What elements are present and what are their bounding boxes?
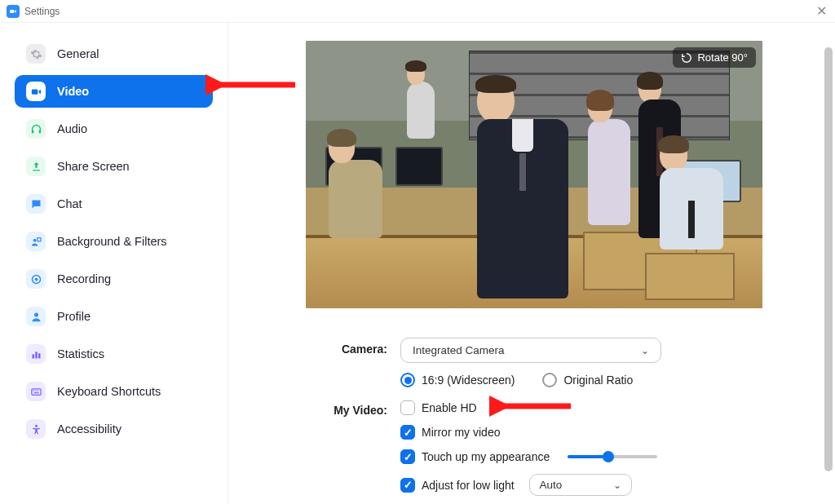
svg-rect-1 bbox=[31, 89, 38, 94]
myvideo-label: My Video: bbox=[306, 399, 400, 417]
svg-point-7 bbox=[34, 277, 38, 281]
gear-icon bbox=[26, 44, 46, 64]
touchup-slider[interactable] bbox=[568, 455, 657, 458]
sidebar: General Video Audio Share Screen Chat bbox=[0, 23, 228, 504]
rotate-button[interactable]: Rotate 90° bbox=[673, 47, 756, 68]
mirror-label: Mirror my video bbox=[422, 426, 500, 439]
svg-point-4 bbox=[33, 238, 36, 241]
camera-row: Camera: Integrated Camera ⌄ 16:9 (Widesc… bbox=[306, 338, 762, 387]
keyboard-icon bbox=[26, 382, 46, 401]
svg-rect-11 bbox=[38, 353, 41, 358]
sidebar-item-keyboard[interactable]: Keyboard Shortcuts bbox=[15, 375, 213, 408]
sidebar-item-general[interactable]: General bbox=[15, 38, 213, 70]
lowlight-label: Adjust for low light bbox=[422, 479, 515, 492]
chevron-down-icon: ⌄ bbox=[613, 480, 621, 491]
sidebar-item-label: General bbox=[57, 47, 99, 60]
accessibility-icon bbox=[26, 419, 46, 439]
ratio-wide-radio[interactable] bbox=[400, 373, 415, 387]
rotate-label: Rotate 90° bbox=[697, 51, 748, 64]
svg-rect-16 bbox=[33, 392, 38, 393]
sidebar-item-label: Accessibility bbox=[57, 422, 121, 435]
lowlight-checkbox[interactable] bbox=[400, 478, 415, 493]
camera-label: Camera: bbox=[306, 338, 400, 356]
scrollbar[interactable] bbox=[824, 46, 833, 501]
sidebar-item-label: Recording bbox=[57, 272, 111, 285]
sidebar-item-chat[interactable]: Chat bbox=[15, 188, 213, 220]
video-settings-form: Camera: Integrated Camera ⌄ 16:9 (Widesc… bbox=[306, 338, 762, 496]
ratio-original-radio[interactable] bbox=[542, 373, 557, 387]
sidebar-item-label: Keyboard Shortcuts bbox=[57, 385, 161, 398]
scrollbar-thumb[interactable] bbox=[824, 47, 833, 471]
sidebar-item-label: Chat bbox=[57, 197, 82, 210]
sidebar-item-video[interactable]: Video bbox=[15, 75, 213, 108]
profile-icon bbox=[26, 307, 46, 326]
svg-rect-9 bbox=[32, 354, 34, 358]
lowlight-mode-value: Auto bbox=[540, 479, 563, 491]
preview-scene bbox=[306, 41, 762, 308]
chat-icon bbox=[26, 194, 46, 214]
svg-rect-15 bbox=[37, 390, 38, 391]
window-title: Settings bbox=[24, 6, 60, 17]
sidebar-item-accessibility[interactable]: Accessibility bbox=[15, 413, 213, 445]
video-icon bbox=[26, 82, 46, 101]
sidebar-item-share[interactable]: Share Screen bbox=[15, 150, 213, 183]
sidebar-item-label: Audio bbox=[57, 122, 87, 135]
ratio-original-label: Original Ratio bbox=[563, 374, 633, 387]
sidebar-item-audio[interactable]: Audio bbox=[15, 113, 213, 145]
svg-rect-14 bbox=[35, 390, 36, 391]
rotate-icon bbox=[681, 52, 692, 64]
content: General Video Audio Share Screen Chat bbox=[0, 23, 835, 504]
enable-hd-checkbox[interactable] bbox=[400, 400, 415, 415]
sidebar-item-label: Statistics bbox=[57, 347, 104, 360]
app-icon bbox=[7, 5, 20, 18]
share-icon bbox=[26, 157, 46, 176]
svg-rect-10 bbox=[35, 351, 38, 358]
main-panel: Rotate 90° Camera: Integrated Camera ⌄ 1… bbox=[228, 23, 835, 504]
svg-rect-5 bbox=[37, 237, 40, 241]
sidebar-item-profile[interactable]: Profile bbox=[15, 300, 213, 333]
camera-select[interactable]: Integrated Camera ⌄ bbox=[400, 338, 661, 363]
enable-hd-label: Enable HD bbox=[422, 401, 477, 414]
svg-point-8 bbox=[34, 312, 38, 316]
ratio-wide-label: 16:9 (Widescreen) bbox=[422, 374, 515, 387]
camera-selected-value: Integrated Camera bbox=[413, 344, 505, 356]
sidebar-item-label: Share Screen bbox=[57, 160, 130, 173]
sidebar-item-label: Video bbox=[57, 85, 89, 98]
svg-rect-13 bbox=[33, 390, 33, 391]
video-preview: Rotate 90° bbox=[306, 41, 762, 308]
svg-rect-3 bbox=[38, 130, 41, 133]
lowlight-mode-select[interactable]: Auto ⌄ bbox=[529, 474, 632, 496]
svg-rect-0 bbox=[10, 9, 14, 12]
myvideo-row: My Video: Enable HD Mirror my video Touc… bbox=[306, 399, 762, 496]
stats-icon bbox=[26, 344, 46, 364]
record-icon bbox=[26, 269, 46, 289]
svg-point-17 bbox=[35, 424, 38, 427]
svg-rect-2 bbox=[31, 130, 33, 133]
titlebar: Settings ✕ bbox=[0, 0, 835, 23]
sidebar-item-label: Profile bbox=[57, 310, 91, 323]
bg-icon bbox=[26, 232, 46, 251]
chevron-down-icon: ⌄ bbox=[641, 345, 649, 356]
touchup-checkbox[interactable] bbox=[400, 449, 415, 464]
close-icon[interactable]: ✕ bbox=[816, 3, 827, 19]
headphones-icon bbox=[26, 119, 46, 139]
svg-rect-12 bbox=[31, 388, 40, 395]
mirror-checkbox[interactable] bbox=[400, 425, 415, 440]
sidebar-item-statistics[interactable]: Statistics bbox=[15, 338, 213, 370]
touchup-label: Touch up my appearance bbox=[422, 450, 550, 463]
sidebar-item-recording[interactable]: Recording bbox=[15, 263, 213, 295]
sidebar-item-label: Background & Filters bbox=[57, 235, 167, 248]
sidebar-item-background[interactable]: Background & Filters bbox=[15, 225, 213, 258]
